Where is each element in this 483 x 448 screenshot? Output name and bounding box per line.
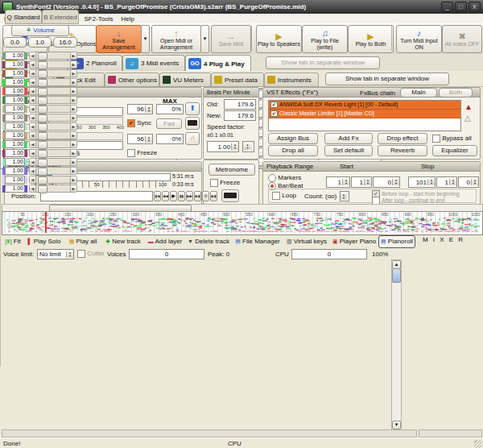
vu-display-button[interactable] <box>185 117 200 130</box>
reverb-button[interactable]: Reveerb <box>378 145 427 156</box>
slider-left-arrow-icon[interactable]: ◀ <box>30 61 36 68</box>
track-toolbar-player-piano-button[interactable]: ▣ Player Piano <box>330 235 378 248</box>
sync-checkbox[interactable]: ✔ Sync <box>127 119 151 127</box>
maximize-button[interactable]: □ <box>455 2 467 12</box>
channel-volume-slider[interactable]: ◀▶ <box>29 167 77 175</box>
channel-volume-value[interactable]: 1.00 <box>5 176 25 184</box>
fx-move-down-icon[interactable]: △ <box>464 114 471 122</box>
midi-input-on-button[interactable]: ♪Turn Midi Input ON <box>396 25 442 53</box>
channel-volume-slider[interactable]: ◀▶ <box>29 114 77 122</box>
channel-slider-thumb[interactable] <box>38 168 47 176</box>
track-toolbar-file-manager-button[interactable]: ▤ File Manager <box>232 235 283 248</box>
start-bar-spinner[interactable]: 1▲▼ <box>326 176 350 188</box>
track-toolbar-play-all-button[interactable]: ▦ Play all <box>64 235 101 248</box>
volume-freeze-checkbox[interactable]: Freeze <box>127 149 157 157</box>
channel-volume-slider[interactable]: ◀▶ <box>29 52 77 60</box>
open-midi-dropdown-icon[interactable]: ▼ <box>200 25 209 53</box>
transport-pause-button[interactable]: ▮▮ <box>178 191 185 201</box>
transport-rewind-button[interactable]: ◀◀ <box>162 191 169 201</box>
slider-left-arrow-icon[interactable]: ◀ <box>30 159 36 165</box>
spinner-arrows-icon[interactable]: ▲▼ <box>145 106 152 113</box>
fxbus-main-button[interactable]: Main <box>400 88 437 97</box>
slider-right-arrow-icon[interactable]: ▶ <box>70 52 76 59</box>
slider-left-arrow-icon[interactable]: ◀ <box>30 123 36 130</box>
markers-radio[interactable]: Markers <box>268 174 301 182</box>
spinner-arrows-icon[interactable]: ▲▼ <box>342 179 349 185</box>
channel-volume-slider[interactable]: ◀▶ <box>29 185 77 193</box>
table-scrollbar[interactable]: ▲ ▼ <box>391 259 402 430</box>
channel-volume-value[interactable]: 1.00 <box>5 158 25 166</box>
slider-right-arrow-icon[interactable]: ▶ <box>70 150 76 156</box>
stop-tick-spinner[interactable]: 0▲▼ <box>458 176 479 188</box>
subtab-vu-meters[interactable]: VU Meters <box>159 73 211 87</box>
channel-volume-value[interactable]: 1.00 <box>5 140 25 148</box>
track-toolbar-add-layer-button[interactable]: ▬ Add layer <box>145 235 185 248</box>
track-toolbar-delete-track-button[interactable]: ▼ Delete track <box>185 235 232 248</box>
slider-left-arrow-icon[interactable]: ◀ <box>30 88 36 94</box>
channel-volume-value[interactable]: 1.00 <box>5 52 25 60</box>
spinner-arrows-icon[interactable]: ▲▼ <box>341 193 347 200</box>
spinner-arrows-icon[interactable]: ▲▼ <box>243 143 252 150</box>
slider-left-arrow-icon[interactable]: ◀ <box>30 70 36 77</box>
channel-volume-slider[interactable]: ◀▶ <box>29 60 77 68</box>
channel-slider-thumb[interactable] <box>38 114 47 122</box>
volume-up-button[interactable]: ⬆ <box>185 102 200 115</box>
drop-all-button[interactable]: Drop all <box>268 145 318 156</box>
slider-left-arrow-icon[interactable]: ◀ <box>30 141 36 147</box>
channel-slider-thumb[interactable] <box>38 61 47 69</box>
assign-bus-button[interactable]: Assign Bus <box>268 133 318 144</box>
add-fx-button[interactable]: Add Fx <box>324 133 373 144</box>
vst-effect-item[interactable]: ✔ANWIDA Soft DX Reverb Light [1] [00 - D… <box>269 101 460 110</box>
channel-slider-thumb[interactable] <box>38 176 47 185</box>
track-toolbar-fit-button[interactable]: [ⅲ] Fit <box>2 235 24 248</box>
slider-right-arrow-icon[interactable]: ▶ <box>70 123 76 130</box>
spinner-arrows-icon[interactable]: ▲▼ <box>145 136 152 143</box>
subtab-preset-data[interactable]: Preset data <box>211 73 264 87</box>
mixer-preset-0[interactable]: 0.0 <box>3 37 27 48</box>
scroll-down-icon[interactable]: ▼ <box>392 421 401 429</box>
channel-volume-value[interactable]: 1.00 <box>5 114 25 122</box>
close-button[interactable]: X <box>469 2 481 12</box>
fx-move-up-icon[interactable]: ▲ <box>464 102 473 111</box>
metronome-button[interactable]: Metronome <box>208 164 255 176</box>
subtab-instruments[interactable]: Instruments <box>264 73 319 87</box>
mixer-preset-2[interactable]: 16.0 <box>53 37 77 48</box>
channel-volume-value[interactable]: 1.00 <box>5 60 25 68</box>
channel-volume-slider[interactable]: ◀▶ <box>29 87 77 95</box>
bpm-vu-button[interactable] <box>221 189 239 202</box>
bpm-freeze-checkbox[interactable]: Freeze <box>210 179 240 187</box>
slider-left-arrow-icon[interactable]: ◀ <box>30 114 36 121</box>
minimize-button[interactable]: _ <box>441 2 453 12</box>
channel-volume-slider[interactable]: ◀▶ <box>29 105 77 113</box>
slider-left-arrow-icon[interactable]: ◀ <box>30 185 36 192</box>
channel-slider-thumb[interactable] <box>38 97 47 105</box>
play-both-button[interactable]: ▶Play to Both <box>348 25 394 53</box>
fxbus-both-button[interactable]: Both <box>439 88 473 97</box>
transport-fast-forward-button[interactable]: ▶▶ <box>186 191 193 201</box>
channel-slider-thumb[interactable] <box>38 79 47 87</box>
slider-left-arrow-icon[interactable]: ◀ <box>30 168 36 174</box>
channel-volume-slider[interactable]: ◀▶ <box>29 149 77 157</box>
menu-item-sf2-tools[interactable]: SF2-Tools <box>84 15 113 23</box>
transport-marker-button[interactable]: M <box>202 191 209 201</box>
spinner-arrows-icon[interactable]: ▲▼ <box>471 179 478 185</box>
channel-slider-thumb[interactable] <box>38 106 47 114</box>
slider-right-arrow-icon[interactable]: ▶ <box>70 106 76 112</box>
loop-checkbox[interactable]: Loop <box>272 192 296 200</box>
channel-volume-slider[interactable]: ◀▶ <box>29 96 77 104</box>
channel-volume-value[interactable]: 1.00 <box>5 105 25 113</box>
count-spinner[interactable]: ▲▼ <box>340 191 349 201</box>
tab-3-midi-events[interactable]: ♫3 Midi events <box>122 55 185 71</box>
channel-volume-value[interactable]: 1.00 <box>5 149 25 157</box>
track-toolbar-virtual-keys-button[interactable]: ▥ Virtual keys <box>283 235 330 248</box>
bypass-all-checkbox[interactable]: Bypass all <box>432 135 472 143</box>
set-default-button[interactable]: Set default <box>324 145 373 156</box>
channel-volume-value[interactable]: 1.00 <box>5 69 25 77</box>
channel-slider-thumb[interactable] <box>38 123 47 131</box>
channel-volume-value[interactable]: 1.00 <box>5 122 25 131</box>
channel-volume-value[interactable]: 1.00 <box>5 87 25 95</box>
mixer-tab-extended[interactable]: B Extended <box>42 10 79 24</box>
resize-grip[interactable] <box>474 440 482 448</box>
slider-right-arrow-icon[interactable]: ▶ <box>70 168 76 174</box>
channel-volume-value[interactable]: 1.00 <box>5 131 25 139</box>
